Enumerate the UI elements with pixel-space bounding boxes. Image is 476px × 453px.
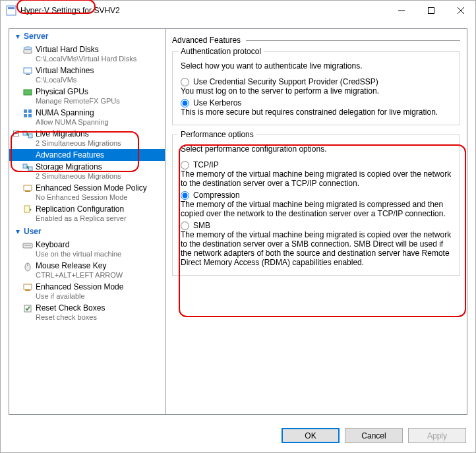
opt-compression[interactable]: Compression: [181, 191, 452, 200]
svg-rect-1: [8, 7, 15, 9]
apply-button: Apply: [408, 428, 466, 443]
app-icon: [6, 5, 16, 16]
maximize-button[interactable]: [416, 1, 446, 20]
svg-point-7: [24, 47, 32, 49]
tree-item-esm-policy[interactable]: Enhanced Session Mode PolicyNo Enhanced …: [9, 182, 165, 203]
ok-button[interactable]: OK: [282, 428, 340, 443]
session-icon: [22, 282, 33, 293]
desc: Enabled as a Replica server: [36, 214, 127, 223]
close-button[interactable]: [446, 1, 475, 20]
svg-rect-13: [24, 114, 27, 117]
tree-item-reset[interactable]: Reset Check BoxesReset check boxes: [9, 302, 165, 323]
tree-item-live-migrations[interactable]: − Live Migrations2 Simultaneous Migratio…: [9, 128, 165, 149]
label: Enhanced Session Mode: [36, 282, 123, 291]
settings-tree[interactable]: ▾ Server Virtual Hard DisksC:\LocalVMs\V…: [9, 28, 165, 415]
label: Advanced Features: [36, 150, 104, 160]
tree-item-vhd[interactable]: Virtual Hard DisksC:\LocalVMs\Virtual Ha…: [9, 44, 165, 65]
dialog-footer: OK Cancel Apply: [1, 423, 475, 452]
radio-compression-desc: The memory of the virtual machine being …: [181, 200, 452, 218]
group-perf: Performance options Select performance c…: [172, 135, 460, 276]
desc: C:\LocalVMs: [36, 75, 94, 84]
svg-rect-8: [24, 68, 32, 73]
chevron-down-icon: ▾: [13, 227, 22, 236]
tree-item-numa[interactable]: NUMA SpanningAllow NUMA Spanning: [9, 107, 165, 128]
radio-smb-label: SMB: [193, 221, 210, 230]
svg-rect-20: [25, 191, 30, 192]
section-user[interactable]: ▾ User: [9, 224, 165, 239]
svg-rect-21: [24, 206, 30, 212]
desc: Allow NUMA Spanning: [36, 117, 109, 127]
desc: No Enhanced Session Mode: [36, 193, 147, 202]
tree-item-gpu[interactable]: Physical GPUsManage RemoteFX GPUs: [9, 86, 165, 107]
desc: Reset check boxes: [36, 313, 105, 322]
svg-rect-12: [28, 109, 32, 113]
svg-rect-11: [24, 109, 27, 113]
radio-kerberos-desc: This is more secure but requires constra…: [181, 107, 452, 117]
radio-credssp[interactable]: [181, 78, 189, 86]
label: Physical GPUs: [36, 87, 120, 96]
window-title: Hyper-V Settings for SVHV2: [20, 6, 386, 15]
opt-smb[interactable]: SMB: [181, 221, 452, 230]
svg-rect-19: [24, 185, 32, 191]
desc: Manage RemoteFX GPUs: [36, 96, 120, 106]
reset-icon: [22, 303, 33, 314]
radio-smb-desc: The memory of the virtual machine being …: [181, 230, 452, 267]
desc: 2 Simultaneous Migrations: [36, 171, 121, 181]
svg-rect-18: [28, 167, 32, 171]
label: Keyboard: [36, 240, 121, 249]
svg-rect-27: [25, 289, 30, 291]
label: Live Migrations: [36, 129, 121, 138]
svg-rect-3: [428, 8, 434, 14]
tree-item-storage-migrations[interactable]: Storage Migrations2 Simultaneous Migrati…: [9, 161, 165, 182]
vm-icon: [22, 66, 33, 76]
radio-tcp-label: TCP/IP: [193, 160, 219, 169]
group-perf-title: Performance options: [178, 130, 256, 139]
chevron-down-icon: ▾: [13, 32, 22, 41]
label: Virtual Machines: [36, 66, 94, 75]
group-perf-desc: Select performance configuration options…: [181, 144, 452, 154]
minimize-button[interactable]: [386, 1, 416, 20]
opt-tcp[interactable]: TCP/IP: [181, 160, 452, 169]
svg-rect-14: [28, 114, 32, 117]
session-policy-icon: [22, 183, 33, 194]
tree-item-replication[interactable]: Replication ConfigurationEnabled as a Re…: [9, 203, 165, 224]
radio-credssp-label: Use Credential Security Support Provider…: [193, 77, 378, 86]
title-rule: [246, 40, 460, 41]
radio-compression[interactable]: [181, 191, 189, 200]
radio-smb[interactable]: [181, 222, 189, 230]
svg-rect-16: [28, 134, 32, 138]
numa-icon: [22, 108, 33, 119]
svg-rect-9: [26, 74, 30, 75]
radio-tcp[interactable]: [181, 161, 189, 169]
titlebar: Hyper-V Settings for SVHV2: [1, 1, 475, 20]
label: Enhanced Session Mode Policy: [36, 183, 147, 193]
tree-item-mouse-release[interactable]: Mouse Release KeyCTRL+ALT+LEFT ARROW: [9, 260, 165, 281]
cancel-button[interactable]: Cancel: [345, 428, 403, 443]
detail-pane: Advanced Features Authentication protoco…: [165, 28, 467, 415]
radio-kerberos-label: Use Kerberos: [193, 98, 241, 107]
collapse-icon[interactable]: −: [13, 131, 19, 136]
svg-rect-15: [23, 131, 27, 135]
tree-item-advanced-features[interactable]: Advanced Features: [9, 149, 165, 161]
desc: CTRL+ALT+LEFT ARROW: [36, 270, 123, 280]
opt-credssp[interactable]: Use Credential Security Support Provider…: [181, 77, 452, 86]
label: Replication Configuration: [36, 204, 127, 214]
detail-title: Advanced Features: [172, 36, 246, 45]
disk-icon: [22, 45, 33, 55]
radio-compression-label: Compression: [193, 191, 240, 200]
opt-kerberos[interactable]: Use Kerberos: [181, 98, 452, 107]
group-auth-title: Authentication protocol: [178, 47, 264, 56]
section-server[interactable]: ▾ Server: [9, 29, 165, 44]
desc: Use if available: [36, 291, 123, 301]
label: Reset Check Boxes: [36, 303, 105, 313]
radio-kerberos[interactable]: [181, 99, 189, 107]
tree-item-vm[interactable]: Virtual MachinesC:\LocalVMs: [9, 65, 165, 86]
svg-rect-6: [24, 49, 32, 53]
tree-item-keyboard[interactable]: KeyboardUse on the virtual machine: [9, 239, 165, 260]
keyboard-icon: [22, 240, 33, 251]
tree-item-esm[interactable]: Enhanced Session ModeUse if available: [9, 281, 165, 302]
section-server-label: Server: [24, 32, 48, 41]
svg-rect-26: [24, 284, 32, 289]
section-user-label: User: [24, 227, 42, 236]
desc: C:\LocalVMs\Virtual Hard Disks: [36, 54, 136, 63]
